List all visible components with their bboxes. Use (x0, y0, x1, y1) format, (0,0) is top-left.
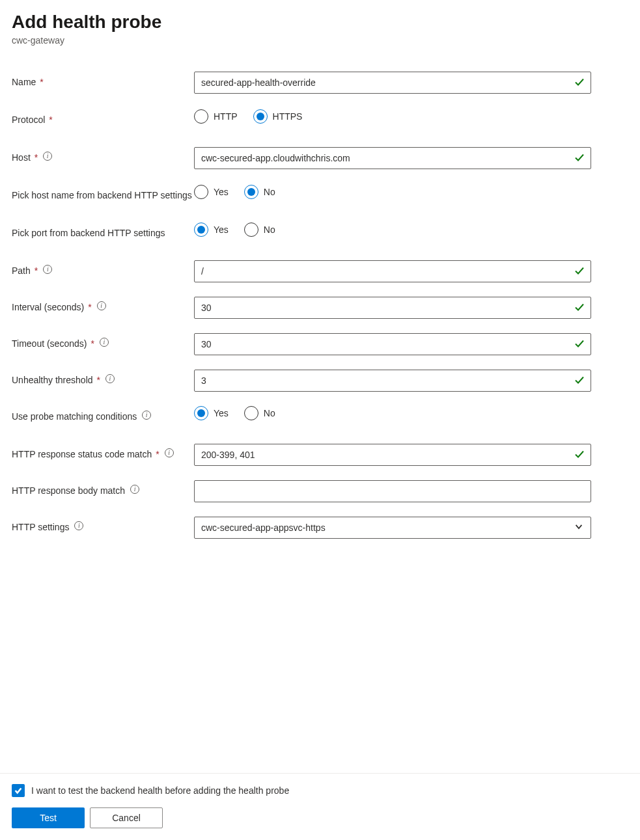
protocol-radio-group: HTTP HTTPS (194, 109, 302, 124)
info-icon[interactable] (105, 374, 115, 383)
radio-icon (194, 185, 208, 199)
info-icon[interactable] (43, 152, 52, 161)
label-pick-host: Pick host name from backend HTTP setting… (12, 185, 194, 202)
interval-input[interactable] (194, 297, 591, 319)
row-protocol: Protocol* HTTP HTTPS (12, 109, 591, 133)
pick-host-yes-radio[interactable]: Yes (194, 185, 229, 199)
http-settings-select[interactable] (194, 517, 591, 539)
pick-port-yes-radio[interactable]: Yes (194, 223, 229, 237)
unhealthy-threshold-input[interactable] (194, 370, 591, 392)
radio-icon (244, 223, 258, 237)
radio-icon (253, 109, 268, 124)
use-probe-match-no-radio[interactable]: No (244, 406, 275, 420)
label-body-match: HTTP response body match (12, 480, 194, 497)
info-icon[interactable] (74, 521, 83, 530)
timeout-input[interactable] (194, 333, 591, 355)
form: Name* Protocol* HTTP HTTPS (12, 72, 591, 540)
row-pick-host: Pick host name from backend HTTP setting… (12, 185, 591, 208)
status-code-match-input[interactable] (194, 444, 591, 466)
row-timeout: Timeout (seconds)* (12, 333, 591, 357)
label-path: Path* (12, 260, 194, 277)
pick-port-radio-group: Yes No (194, 223, 275, 237)
pick-port-no-radio[interactable]: No (244, 223, 275, 237)
radio-icon (244, 406, 258, 420)
label-unhealthy: Unhealthy threshold* (12, 370, 194, 386)
use-probe-match-yes-radio[interactable]: Yes (194, 406, 229, 420)
label-protocol: Protocol* (12, 109, 194, 126)
info-icon[interactable] (43, 265, 52, 274)
pick-host-radio-group: Yes No (194, 185, 275, 199)
row-interval: Interval (seconds)* (12, 297, 591, 320)
info-icon[interactable] (142, 411, 151, 420)
row-pick-port: Pick port from backend HTTP settings Yes… (12, 223, 591, 246)
protocol-https-radio[interactable]: HTTPS (253, 109, 303, 124)
radio-icon (194, 109, 208, 124)
row-name: Name* (12, 72, 591, 95)
label-pick-port: Pick port from backend HTTP settings (12, 223, 194, 239)
required-indicator: * (40, 75, 43, 88)
body-match-input[interactable] (194, 480, 591, 502)
host-input[interactable] (194, 147, 591, 169)
label-interval: Interval (seconds)* (12, 297, 194, 314)
required-indicator: * (90, 337, 94, 350)
info-icon[interactable] (165, 448, 174, 457)
radio-icon (244, 185, 258, 199)
row-path: Path* (12, 260, 591, 284)
path-input[interactable] (194, 260, 591, 282)
radio-icon (194, 406, 208, 420)
required-indicator: * (97, 373, 100, 386)
row-use-probe-match: Use probe matching conditions Yes No (12, 406, 591, 429)
page-header: Add health probe cwc-gateway (12, 12, 628, 46)
name-input[interactable] (194, 72, 591, 94)
required-indicator: * (35, 151, 38, 164)
row-status-code: HTTP response status code match* (12, 444, 591, 467)
use-probe-match-radio-group: Yes No (194, 406, 275, 420)
required-indicator: * (49, 113, 52, 126)
row-http-settings: HTTP settings (12, 517, 591, 540)
label-host: Host* (12, 147, 194, 164)
info-icon[interactable] (97, 301, 106, 310)
required-indicator: * (35, 264, 38, 277)
label-http-settings: HTTP settings (12, 517, 194, 534)
label-status-code: HTTP response status code match* (12, 444, 194, 461)
row-body-match: HTTP response body match (12, 480, 591, 504)
row-unhealthy: Unhealthy threshold* (12, 370, 591, 393)
info-icon[interactable] (130, 485, 139, 494)
required-indicator: * (88, 301, 91, 314)
page-subtitle: cwc-gateway (12, 35, 628, 46)
protocol-http-radio[interactable]: HTTP (194, 109, 238, 124)
required-indicator: * (156, 448, 159, 461)
radio-icon (194, 223, 208, 237)
label-name: Name* (12, 72, 194, 88)
row-host: Host* (12, 147, 591, 170)
label-timeout: Timeout (seconds)* (12, 333, 194, 350)
info-icon[interactable] (100, 338, 109, 347)
label-use-probe-match: Use probe matching conditions (12, 406, 194, 423)
page-title: Add health probe (12, 12, 628, 33)
pick-host-no-radio[interactable]: No (244, 185, 275, 199)
